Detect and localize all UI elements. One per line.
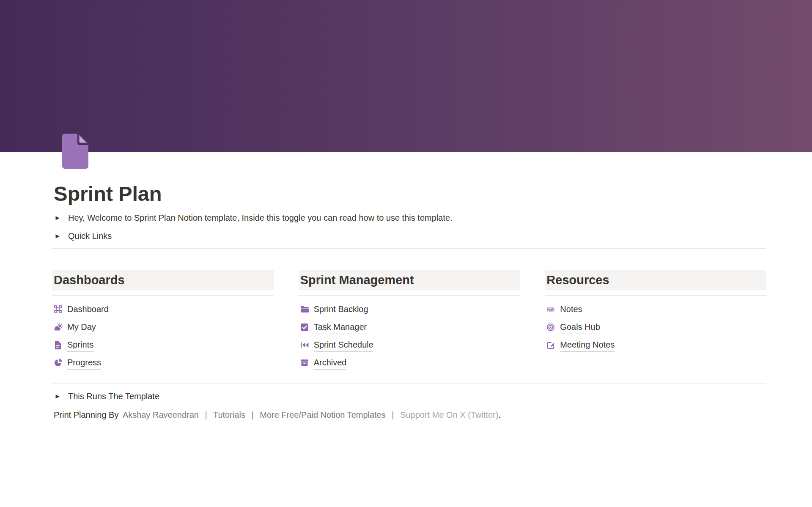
toggle-runs-template[interactable]: ▶ This Runs The Template bbox=[52, 390, 766, 403]
page-title[interactable]: Sprint Plan bbox=[52, 181, 766, 206]
link-sprint-schedule[interactable]: Sprint Schedule bbox=[299, 336, 520, 354]
link-goals-hub[interactable]: Goals Hub bbox=[545, 318, 766, 336]
keyboard-icon bbox=[546, 304, 556, 315]
link-notes[interactable]: Notes bbox=[545, 301, 766, 318]
column-dashboards: Dashboards ⌘ Dashboard bbox=[52, 270, 274, 372]
footer-prefix: Print Planning By bbox=[54, 410, 118, 419]
cover-image bbox=[0, 0, 812, 152]
link-task-manager[interactable]: Task Manager bbox=[299, 318, 520, 336]
divider bbox=[545, 295, 766, 296]
toggle-triangle-icon: ▶ bbox=[52, 390, 63, 403]
toggle-quick-links[interactable]: ▶ Quick Links bbox=[52, 230, 766, 242]
footer-separator: | bbox=[392, 410, 394, 419]
toggle-runs-template-label: This Runs The Template bbox=[68, 390, 159, 403]
link-dashboard[interactable]: ⌘ Dashboard bbox=[52, 301, 274, 318]
toggle-quick-links-label: Quick Links bbox=[68, 230, 112, 242]
link-meeting-notes[interactable]: Meeting Notes bbox=[545, 336, 766, 354]
column-heading: Resources bbox=[545, 270, 766, 290]
footer-separator: | bbox=[205, 410, 207, 419]
compose-icon bbox=[546, 340, 556, 350]
command-icon: ⌘ bbox=[53, 304, 63, 315]
link-sprints[interactable]: Sprints bbox=[52, 336, 274, 354]
page-body: Sprint Plan ▶ Hey, Welcome to Sprint Pla… bbox=[52, 181, 766, 421]
pie-chart-icon bbox=[53, 358, 63, 368]
folder-icon bbox=[299, 304, 310, 315]
column-heading: Dashboards bbox=[52, 270, 274, 290]
archive-icon bbox=[299, 358, 310, 368]
footer-suffix: . bbox=[498, 410, 501, 419]
page-icon[interactable] bbox=[62, 134, 88, 169]
column-resources: Resources Notes bbox=[545, 270, 766, 354]
partly-sunny-icon bbox=[53, 322, 63, 332]
footer-link-author[interactable]: Akshay Raveendran bbox=[123, 410, 199, 420]
columns: Dashboards ⌘ Dashboard bbox=[52, 270, 766, 372]
divider bbox=[52, 295, 274, 296]
column-sprint-management: Sprint Management Sprint Backlog bbox=[299, 270, 520, 372]
toggle-triangle-icon: ▶ bbox=[52, 211, 63, 224]
footer-link-twitter[interactable]: Support Me On X (Twitter) bbox=[400, 410, 498, 420]
column-heading: Sprint Management bbox=[299, 270, 520, 290]
divider bbox=[52, 384, 766, 384]
link-progress[interactable]: Progress bbox=[52, 354, 274, 372]
footer-link-tutorials[interactable]: Tutorials bbox=[213, 410, 245, 420]
footer: Print Planning By Akshay Raveendran | Tu… bbox=[52, 408, 766, 421]
toggle-triangle-icon: ▶ bbox=[52, 230, 63, 242]
target-icon bbox=[546, 322, 556, 332]
checkbox-icon bbox=[299, 322, 310, 332]
link-my-day[interactable]: My Day bbox=[52, 318, 274, 336]
toggle-welcome-label: Hey, Welcome to Sprint Plan Notion templ… bbox=[68, 211, 453, 224]
divider bbox=[52, 248, 766, 249]
footer-link-templates[interactable]: More Free/Paid Notion Templates bbox=[260, 410, 386, 420]
link-archived[interactable]: Archived bbox=[299, 354, 520, 372]
divider bbox=[299, 295, 520, 296]
rewind-icon bbox=[299, 340, 310, 350]
footer-separator: | bbox=[251, 410, 253, 419]
receipt-icon bbox=[53, 340, 63, 350]
link-sprint-backlog[interactable]: Sprint Backlog bbox=[299, 301, 520, 318]
toggle-welcome[interactable]: ▶ Hey, Welcome to Sprint Plan Notion tem… bbox=[52, 211, 766, 224]
